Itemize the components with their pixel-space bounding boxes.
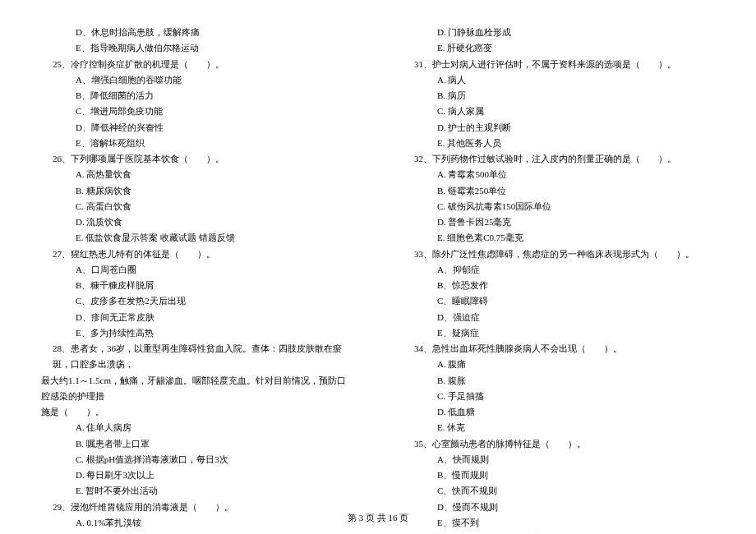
option-text: D、休息时抬高患肢，缓解疼痛 xyxy=(41,25,353,40)
question-text: 31、护士对病人进行评估时，不属于资料来源的选项是（ ）。 xyxy=(403,57,715,72)
option-text: B. 糖尿病饮食 xyxy=(41,183,353,199)
option-text: A. 腹痛 xyxy=(403,357,715,372)
option-text: A、口周苍白圈 xyxy=(41,262,353,278)
question-text: 35、心室颤动患者的脉搏特征是（ ）。 xyxy=(403,436,715,452)
option-text: B. 腹胀 xyxy=(403,373,715,389)
option-text: D. 普鲁卡因25毫克 xyxy=(403,214,715,230)
option-text: E、溶解坏死组织 xyxy=(41,136,353,151)
option-text: B. 嘱患者带上口罩 xyxy=(41,436,353,452)
option-text: D、强迫症 xyxy=(403,310,715,325)
option-text: E、疑病症 xyxy=(403,325,715,341)
option-text: A. 病人 xyxy=(403,72,715,88)
option-text: E. 肝硬化癌变 xyxy=(403,40,715,56)
option-text: B. 0.2%过氧乙酸 xyxy=(41,531,353,534)
option-text: D. 门静脉血栓形成 xyxy=(403,25,715,40)
option-text: A. 高热量饮食 xyxy=(41,167,353,182)
option-text: D. 流质饮食 xyxy=(41,214,353,230)
question-text: 28、患者女，36岁，以重型再生障碍性贫血入院。查体：四肢皮肤散在瘀斑，口腔多出… xyxy=(41,341,353,373)
option-text: E、指导晚期病人做伯尔格运动 xyxy=(41,40,353,56)
option-text: E. 细胞色素C0.75毫克 xyxy=(403,230,715,246)
option-text: C、皮疹多在发热2天后出现 xyxy=(41,293,353,309)
option-text: B. 病历 xyxy=(403,88,715,104)
option-text: A. 青霉素500单位 xyxy=(403,167,715,182)
option-text: C. 破伤风抗毒素150国际单位 xyxy=(403,199,715,214)
option-text: D. 低血糖 xyxy=(403,404,715,420)
option-text: C. 高蛋白饮食 xyxy=(41,199,353,214)
option-text: A、快而规则 xyxy=(403,452,715,467)
option-text: E. 其他医务人员 xyxy=(403,136,715,151)
option-text: E. 低盐饮食显示答案 收藏试题 错题反馈 xyxy=(41,230,353,246)
option-text: B、惊恐发作 xyxy=(403,278,715,293)
question-text: 26、下列哪项属于医院基本饮食（ ）。 xyxy=(41,151,353,167)
option-text: B、糠干糠皮样脱屑 xyxy=(41,278,353,293)
option-text: A、抑郁症 xyxy=(403,262,715,278)
option-text: D. 每日刷牙3次以上 xyxy=(41,467,353,483)
question-text: 33、除外广泛性焦虑障碍，焦虑症的另一种临床表现形式为（ ）。 xyxy=(403,246,715,262)
right-column: D. 门静脉血栓形成 E. 肝硬化癌变 31、护士对病人进行评估时，不属于资料来… xyxy=(403,25,715,534)
option-text: B. 链霉素250单位 xyxy=(403,183,715,199)
option-text: C、快而不规则 xyxy=(403,483,715,499)
question-text: 施是（ ）。 xyxy=(41,404,353,420)
option-text: C. 根据pH值选择消毒液漱口，每日3次 xyxy=(41,452,353,467)
option-text: B、降低细菌的活力 xyxy=(41,88,353,104)
option-text: C、增进局部免疫功能 xyxy=(41,104,353,119)
left-column: D、休息时抬高患肢，缓解疼痛 E、指导晚期病人做伯尔格运动 25、冷疗控制炎症扩… xyxy=(41,25,353,534)
option-text: D、疹间无正常皮肤 xyxy=(41,310,353,325)
option-text: B、慢而规则 xyxy=(403,467,715,483)
question-text: 36、关于肺结核患者咯血时的护理措施的叙述，不正确的是（ ）。 xyxy=(403,531,715,534)
question-text: 25、冷疗控制炎症扩散的机理是（ ）。 xyxy=(41,57,353,72)
option-text: E. 休克 xyxy=(403,420,715,435)
question-text: 34、急性出血坏死性胰腺炎病人不会出现（ ）。 xyxy=(403,341,715,357)
option-text: E、多为持续性高热 xyxy=(41,325,353,341)
option-text: A、增强白细胞的吞噬功能 xyxy=(41,72,353,88)
page-footer: 第 3 页 共 16 页 xyxy=(0,512,756,524)
option-text: C. 手足抽搐 xyxy=(403,389,715,404)
option-text: A. 住单人病房 xyxy=(41,420,353,435)
question-text: 最大约1.1～1.5cm，触痛，牙龈渗血。咽部轻度充血。针对目前情况，预防口腔感… xyxy=(41,373,353,405)
option-text: C. 病人家属 xyxy=(403,104,715,119)
option-text: D、降低神经的兴奋性 xyxy=(41,120,353,136)
question-text: 32、下列药物作过敏试验时，注入皮内的剂量正确的是（ ）。 xyxy=(403,151,715,167)
option-text: D. 护士的主观判断 xyxy=(403,120,715,136)
option-text: C、睡眠障碍 xyxy=(403,293,715,309)
option-text: E. 暂时不要外出活动 xyxy=(41,483,353,499)
question-text: 27、猩红热患儿特有的体征是（ ）。 xyxy=(41,246,353,262)
